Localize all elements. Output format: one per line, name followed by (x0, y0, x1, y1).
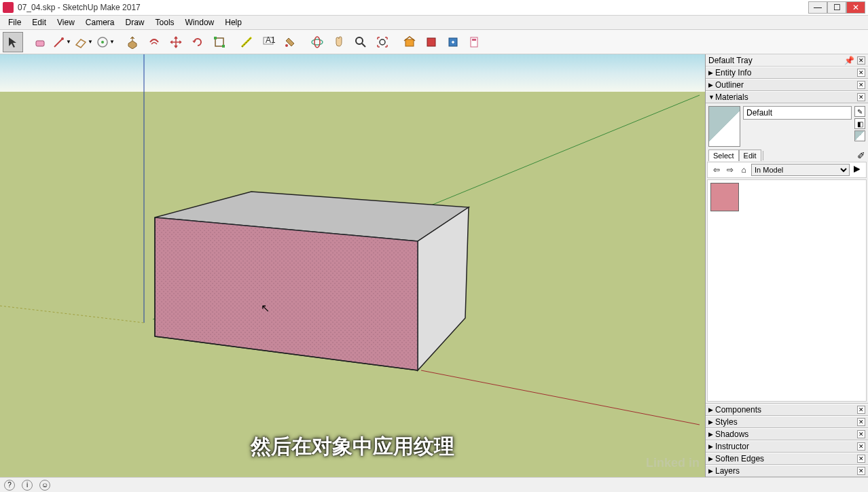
close-button[interactable]: ✕ (846, 1, 865, 14)
svg-point-17 (380, 39, 385, 45)
chevron-down-icon: ▼ (708, 94, 715, 101)
menu-tools[interactable]: Tools (150, 16, 180, 29)
menu-edit[interactable]: Edit (26, 16, 52, 29)
svg-point-4 (101, 41, 104, 43)
menu-camera[interactable]: Camera (80, 16, 120, 29)
panel-instructor[interactable]: ▶Instructor✕ (706, 440, 868, 453)
materials-tabs: Select Edit ✐ (706, 150, 868, 162)
create-material-icon[interactable]: ✎ (854, 106, 865, 117)
panel-close-icon[interactable]: ✕ (857, 442, 865, 451)
material-name-input[interactable] (743, 106, 852, 120)
tab-edit[interactable]: Edit (739, 150, 761, 161)
svg-text:A1: A1 (266, 35, 275, 45)
orbit-tool[interactable] (307, 32, 327, 52)
menu-draw[interactable]: Draw (120, 16, 150, 29)
info-icon[interactable]: i (22, 480, 33, 491)
svg-rect-19 (427, 38, 435, 46)
svg-point-14 (314, 37, 320, 48)
nav-forward-icon[interactable]: ⇨ (724, 164, 736, 176)
menu-file[interactable]: File (3, 16, 26, 29)
panel-close-icon[interactable]: ✕ (857, 455, 865, 463)
main-content: ↖ 然后在对象中应用纹理 Linked in Default Tray 📌 ✕ … (0, 54, 868, 477)
viewport-3d[interactable]: ↖ 然后在对象中应用纹理 Linked in (0, 54, 705, 477)
panel-close-icon[interactable]: ✕ (857, 418, 865, 426)
line-tool[interactable]: ▼ (52, 32, 72, 52)
panel-styles[interactable]: ▶Styles✕ (706, 416, 868, 428)
warehouse-tool[interactable] (399, 32, 420, 52)
menu-window[interactable]: Window (180, 16, 220, 29)
materials-nav: ⇦ ⇨ ⌂ In Model ⯈ (707, 162, 867, 178)
panel-close-icon[interactable]: ✕ (857, 406, 865, 414)
panel-materials[interactable]: ▼Materials✕ (706, 91, 868, 103)
svg-line-25 (0, 306, 144, 323)
nav-back-icon[interactable]: ⇦ (710, 164, 723, 176)
details-icon[interactable]: ⯈ (851, 164, 863, 176)
panel-entity-info[interactable]: ▶Entity Info✕ (706, 67, 868, 79)
svg-point-12 (285, 44, 288, 47)
pushpull-tool[interactable] (122, 32, 143, 52)
home-icon[interactable]: ⌂ (738, 164, 750, 176)
shape-tool[interactable]: ▼ (73, 32, 94, 52)
chevron-right-icon: ▶ (708, 431, 715, 438)
offset-tool[interactable] (144, 32, 164, 52)
panel-close-icon[interactable]: ✕ (857, 69, 865, 77)
menu-view[interactable]: View (52, 16, 80, 29)
chevron-right-icon: ▶ (708, 82, 715, 88)
tab-select[interactable]: Select (708, 150, 739, 161)
svg-line-1 (54, 39, 62, 47)
tape-tool[interactable] (236, 32, 257, 52)
zoom-extents-tool[interactable] (372, 32, 393, 52)
chevron-right-icon: ▶ (708, 406, 715, 413)
help-icon[interactable]: ? (4, 480, 15, 491)
move-tool[interactable] (166, 32, 186, 52)
panel-shadows[interactable]: ▶Shadows✕ (706, 428, 868, 440)
panel-close-icon[interactable]: ✕ (857, 467, 865, 475)
panel-close-icon[interactable]: ✕ (857, 93, 865, 101)
svg-line-26 (421, 370, 700, 425)
svg-rect-18 (405, 39, 414, 46)
chevron-right-icon: ▶ (708, 419, 715, 425)
panel-close-icon[interactable]: ✕ (857, 430, 865, 438)
rotate-tool[interactable] (187, 32, 208, 52)
display-secondary-icon[interactable]: ◧ (854, 118, 865, 129)
material-preview[interactable] (708, 106, 740, 147)
materials-panel-body: ✎ ◧ Select Edit ✐ ⇦ ⇨ ⌂ In Model ⯈ (706, 103, 868, 404)
svg-rect-6 (214, 37, 217, 39)
scale-tool[interactable] (209, 32, 230, 52)
app-icon (3, 2, 14, 13)
svg-point-15 (356, 37, 363, 44)
panel-soften-edges[interactable]: ▶Soften Edges✕ (706, 453, 868, 465)
material-swatch[interactable] (710, 183, 739, 211)
material-library-select[interactable]: In Model (751, 164, 850, 176)
chevron-right-icon: ▶ (708, 455, 715, 462)
material-swatches (707, 179, 867, 402)
svg-rect-7 (222, 45, 225, 48)
minimize-button[interactable]: — (808, 1, 827, 14)
panel-close-icon[interactable]: ✕ (857, 81, 865, 89)
svg-rect-22 (472, 39, 476, 41)
components-tool[interactable] (421, 32, 441, 52)
paint-tool[interactable] (280, 32, 300, 52)
text-tool[interactable]: A1 (258, 32, 278, 52)
eyedropper-icon[interactable]: ✐ (857, 150, 865, 161)
select-tool[interactable] (3, 32, 23, 52)
arc-tool[interactable]: ▼ (95, 32, 115, 52)
default-material-icon[interactable] (854, 130, 865, 141)
eraser-tool[interactable] (30, 32, 50, 52)
pin-icon[interactable]: 📌 (844, 56, 854, 65)
title-bar: 07_04.skp - SketchUp Make 2017 — ☐ ✕ (0, 0, 868, 16)
svg-rect-0 (36, 41, 44, 46)
extension-tool[interactable] (443, 32, 463, 52)
tray-header: Default Tray 📌 ✕ (706, 54, 868, 67)
panel-components[interactable]: ▶Components✕ (706, 404, 868, 416)
maximize-button[interactable]: ☐ (827, 1, 846, 14)
layout-tool[interactable] (465, 32, 485, 52)
tray-close-icon[interactable]: ✕ (857, 56, 865, 65)
panel-outliner[interactable]: ▶Outliner✕ (706, 79, 868, 91)
menu-bar: File Edit View Camera Draw Tools Window … (0, 16, 868, 30)
panel-layers[interactable]: ▶Layers✕ (706, 465, 868, 477)
user-icon[interactable]: ☺ (39, 480, 50, 491)
pan-tool[interactable] (329, 32, 349, 52)
menu-help[interactable]: Help (219, 16, 247, 29)
zoom-tool[interactable] (350, 32, 371, 52)
